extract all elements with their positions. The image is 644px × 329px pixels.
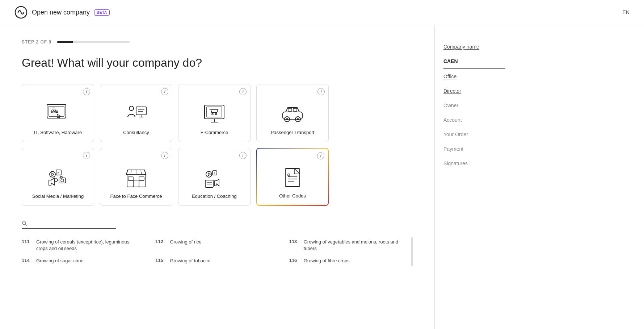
card-icon-education: f [200, 165, 229, 191]
info-button-other[interactable]: i [317, 152, 324, 159]
svg-text:f: f [214, 172, 215, 175]
sidebar-items: Company nameCAENOfficeDirectorOwnerAccou… [443, 39, 505, 171]
card-icon-transport [278, 101, 307, 127]
svg-text:f: f [58, 171, 59, 175]
svg-line-55 [25, 224, 27, 226]
card-label-it: IT, Software, Hardware [34, 130, 82, 136]
card-label-other: Other Codes [279, 193, 306, 199]
svg-point-6 [129, 106, 134, 111]
card-label-consultancy: Consultancy [123, 130, 149, 136]
card-it-software-hardware[interactable]: i WWW IT, Software, Hardware [22, 84, 94, 142]
search-input-wrap [22, 220, 116, 229]
svg-rect-18 [283, 112, 302, 119]
card-face-commerce[interactable]: i [100, 148, 172, 206]
sidebar: Company nameCAENOfficeDirectorOwnerAccou… [434, 25, 514, 329]
search-area [22, 220, 413, 229]
sidebar-item-company-name[interactable]: Company name [443, 39, 505, 54]
card-other-codes[interactable]: i [256, 148, 329, 206]
code-description: Growing of rice [170, 239, 201, 252]
card-icon-consultancy [122, 101, 151, 127]
step-info: STEP 2 OF 9 [22, 39, 413, 45]
info-button-social[interactable]: i [83, 152, 90, 159]
cards-grid: i WWW IT, Software, Hardware i [22, 84, 413, 206]
beta-badge: BETA [94, 9, 109, 16]
info-button-transport[interactable]: i [317, 88, 325, 95]
code-item[interactable]: 113Growing of vegetables and melons, roo… [289, 237, 408, 253]
card-label-face-commerce: Face to Face Commerce [110, 193, 162, 200]
page-title: Great! What will your company do? [22, 56, 413, 70]
svg-rect-34 [133, 180, 139, 187]
svg-point-29 [55, 179, 58, 182]
sidebar-item-account[interactable]: Account [443, 113, 505, 127]
card-passenger-transport[interactable]: i Passeng [256, 84, 329, 142]
info-button-consultancy[interactable]: i [161, 88, 168, 95]
sidebar-item-payment[interactable]: Payment [443, 142, 505, 156]
code-item[interactable]: 114Growing of sugar cane [22, 256, 141, 266]
code-description: Growing of sugar cane [36, 258, 84, 264]
svg-rect-19 [288, 108, 292, 111]
code-item[interactable]: 111Growing of cereals (except rice), leg… [22, 237, 141, 253]
code-description: Growing of tobacco [170, 258, 210, 264]
svg-rect-27 [56, 170, 61, 175]
card-icon-ecommerce [200, 101, 229, 127]
card-ecommerce[interactable]: i E-Commerce [178, 84, 251, 142]
svg-point-40 [206, 171, 212, 177]
card-label-education: Education / Coaching [192, 193, 237, 200]
svg-line-39 [141, 170, 142, 174]
progress-fill [57, 41, 73, 43]
svg-point-25 [50, 171, 55, 177]
card-icon-social: f [43, 165, 72, 191]
step-label: STEP 2 OF 9 [22, 39, 51, 45]
code-item[interactable]: 116Growing of fibre crops [289, 256, 408, 266]
logo-icon [14, 6, 28, 19]
header: Open new company BETA EN [0, 0, 644, 25]
svg-line-53 [289, 175, 290, 176]
card-label-transport: Passenger Transport [271, 130, 315, 136]
svg-point-14 [212, 113, 213, 115]
svg-rect-47 [285, 168, 300, 187]
code-item[interactable]: 112Growing of rice [155, 237, 274, 253]
info-button-face-commerce[interactable]: i [161, 152, 168, 159]
app-title: Open new company [32, 9, 90, 16]
progress-bar [57, 41, 130, 43]
svg-rect-7 [136, 107, 146, 115]
svg-rect-13 [207, 107, 222, 117]
svg-marker-41 [208, 173, 210, 176]
svg-point-15 [215, 113, 217, 115]
header-left: Open new company BETA [14, 6, 110, 19]
code-description: Growing of cereals (except rice), legumi… [36, 239, 141, 252]
sidebar-item-owner[interactable]: Owner [443, 98, 505, 113]
code-number: 111 [22, 239, 33, 252]
code-number: 114 [22, 258, 33, 264]
search-input[interactable] [30, 220, 116, 226]
info-button-it[interactable]: i [83, 88, 90, 95]
svg-line-37 [131, 170, 131, 174]
svg-text:WWW: WWW [51, 109, 58, 114]
info-button-ecommerce[interactable]: i [239, 88, 247, 95]
codes-list: 111Growing of cereals (except rice), leg… [22, 237, 413, 266]
card-education[interactable]: i f [178, 148, 251, 206]
card-consultancy[interactable]: i Consultancy [100, 84, 172, 142]
code-number: 113 [289, 239, 300, 252]
svg-rect-35 [128, 177, 133, 180]
info-button-education[interactable]: i [239, 152, 247, 159]
sidebar-item-office[interactable]: Office [443, 69, 505, 84]
code-description: Growing of fibre crops [304, 258, 350, 264]
card-social-media[interactable]: i f [22, 148, 94, 206]
main-layout: STEP 2 OF 9 Great! What will your compan… [0, 25, 644, 329]
sidebar-item-caen[interactable]: CAEN [443, 54, 505, 69]
sidebar-item-director[interactable]: Director [443, 84, 505, 98]
sidebar-item-signatures[interactable]: Signatures [443, 156, 505, 171]
svg-rect-20 [293, 108, 297, 111]
code-item[interactable]: 115Growing of tobacco [155, 256, 274, 266]
language-button[interactable]: EN [623, 9, 630, 15]
content-area: STEP 2 OF 9 Great! What will your compan… [0, 25, 434, 329]
svg-marker-26 [52, 173, 54, 176]
card-icon-other [278, 165, 307, 190]
card-icon-face-commerce [122, 165, 151, 191]
svg-rect-36 [139, 177, 144, 180]
sidebar-item-your-order[interactable]: Your Order [443, 127, 505, 142]
code-number: 116 [289, 258, 300, 264]
search-icon [22, 220, 27, 226]
svg-rect-30 [59, 178, 66, 183]
